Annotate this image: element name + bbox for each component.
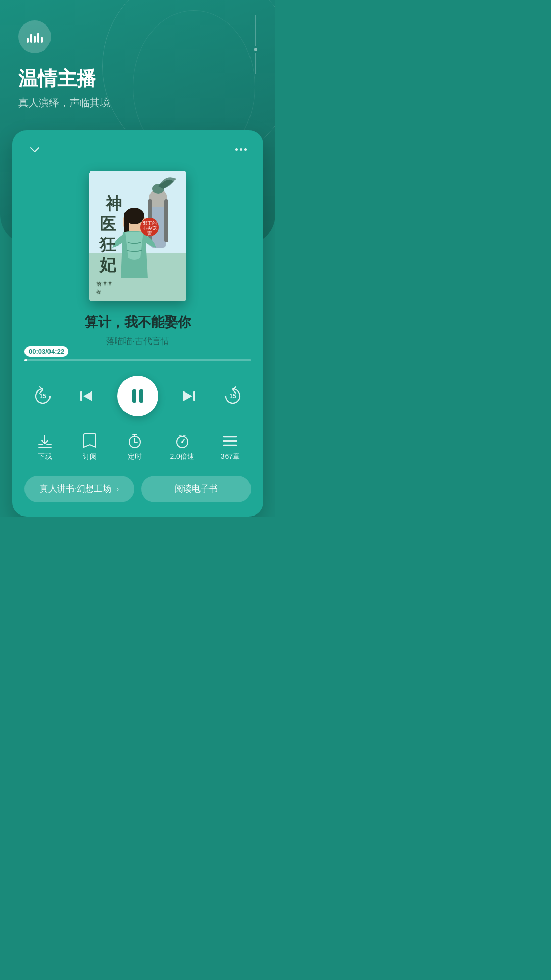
pause-icon: [132, 389, 143, 403]
svg-text:著: 著: [96, 289, 101, 295]
ebook-button[interactable]: 阅读电子书: [141, 476, 251, 502]
timer-button[interactable]: 定时: [126, 433, 144, 461]
narrate-button[interactable]: 真人讲书·幻想工场 ›: [24, 476, 134, 502]
time-display: 00:03/04:22: [24, 346, 68, 357]
player-card: 邪王的 心尖宠 妻 神 医 狂 妃 落喵喵 著 算计，我不能娶你 落喵喵·古代言…: [12, 130, 263, 517]
page-subtitle: 真人演绎，声临其境: [18, 96, 257, 110]
forward-15-button[interactable]: 15: [220, 384, 245, 408]
svg-text:妻: 妻: [147, 231, 152, 236]
svg-text:邪王的: 邪王的: [143, 220, 157, 226]
replay-15-button[interactable]: 15: [31, 384, 55, 408]
speed-label: 2.0倍速: [170, 452, 194, 461]
ebook-label: 阅读电子书: [174, 483, 218, 495]
subscribe-icon: [81, 433, 99, 449]
progress-fill: [24, 359, 27, 361]
download-label: 下载: [38, 452, 52, 461]
speed-button[interactable]: 2.0倍速: [170, 433, 194, 461]
chapters-icon: [221, 433, 239, 449]
svg-text:神: 神: [105, 194, 122, 213]
previous-button[interactable]: [75, 385, 97, 407]
logo-circle[interactable]: [18, 20, 51, 53]
next-button[interactable]: [178, 385, 201, 407]
svg-rect-22: [80, 391, 82, 401]
svg-text:狂: 狂: [99, 235, 116, 254]
chapters-button[interactable]: 367章: [221, 433, 240, 461]
subscribe-label: 订阅: [83, 452, 97, 461]
book-title: 算计，我不能娶你: [12, 313, 263, 331]
timer-label: 定时: [128, 452, 142, 461]
svg-text:妃: 妃: [99, 256, 117, 274]
subscribe-button[interactable]: 订阅: [81, 433, 99, 461]
more-options-button[interactable]: [233, 141, 249, 158]
chevron-right-icon: ›: [116, 484, 119, 493]
svg-rect-6: [164, 199, 168, 242]
action-buttons: 下载 订阅 定时: [12, 433, 263, 461]
book-cover-image: 邪王的 心尖宠 妻 神 医 狂 妃 落喵喵 著: [89, 171, 186, 301]
svg-text:医: 医: [99, 215, 116, 233]
audio-logo-icon: [27, 31, 43, 43]
download-button[interactable]: 下载: [36, 433, 54, 461]
svg-text:落喵喵: 落喵喵: [96, 281, 112, 287]
bottom-buttons: 真人讲书·幻想工场 › 阅读电子书: [12, 476, 263, 502]
playback-controls: 15 15: [12, 376, 263, 416]
svg-rect-23: [193, 391, 195, 401]
card-top-bar: [12, 130, 263, 166]
header-section: 温情主播 真人演绎，声临其境: [0, 0, 276, 120]
collapse-button[interactable]: [27, 141, 43, 158]
svg-text:15: 15: [39, 393, 46, 400]
speed-icon: [173, 433, 191, 449]
book-cover-section: 邪王的 心尖宠 妻 神 医 狂 妃 落喵喵 著: [12, 166, 263, 313]
book-author: 落喵喵·古代言情: [12, 335, 263, 347]
page-title: 温情主播: [18, 67, 257, 91]
svg-text:心尖宠: 心尖宠: [142, 226, 157, 231]
narrate-label: 真人讲书·幻想工场: [40, 483, 112, 495]
svg-point-36: [181, 441, 183, 443]
pause-button[interactable]: [117, 376, 158, 416]
timer-icon: [126, 433, 144, 449]
svg-text:15: 15: [230, 393, 237, 400]
progress-section[interactable]: 00:03/04:22: [12, 359, 263, 361]
chapters-label: 367章: [221, 452, 240, 461]
download-icon: [36, 433, 54, 449]
progress-bar[interactable]: 00:03/04:22: [24, 359, 251, 361]
